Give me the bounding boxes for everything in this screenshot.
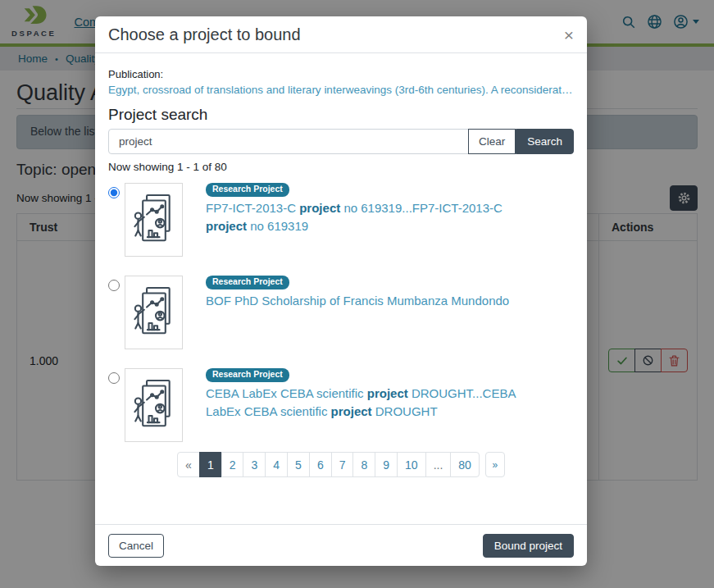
project-search-group: Clear Search	[108, 129, 574, 154]
project-thumbnail-icon	[125, 368, 183, 442]
pagination-page-10[interactable]: 10	[397, 452, 426, 477]
project-search-input[interactable]	[108, 129, 469, 154]
modal-header: Choose a project to bound ×	[95, 16, 587, 53]
pagination-prev[interactable]: «	[177, 452, 200, 477]
project-radio[interactable]	[108, 187, 120, 198]
project-radio[interactable]	[108, 372, 120, 384]
project-thumbnail-icon	[125, 183, 183, 257]
cancel-button[interactable]: Cancel	[108, 534, 164, 558]
project-title-link[interactable]: BOF PhD Scholarship of Francis Mumbanza …	[206, 292, 509, 310]
project-thumbnail-icon	[125, 276, 183, 349]
pagination: «12345678910...80 »	[108, 452, 574, 477]
modal-results-count: Now showing 1 - 1 of 80	[108, 161, 574, 173]
project-option[interactable]: Research ProjectFP7-ICT-2013-C project n…	[108, 183, 574, 257]
project-list: Research ProjectFP7-ICT-2013-C project n…	[108, 183, 574, 442]
modal-body: Publication: Egypt, crossroad of transla…	[95, 53, 587, 524]
screen: DSPACE Commu Home • Quality A	[0, 0, 714, 588]
pagination-group: «12345678910...80	[177, 452, 480, 477]
project-title-link[interactable]: CEBA LabEx CEBA scientific project DROUG…	[206, 385, 543, 421]
choose-project-modal: Choose a project to bound × Publication:…	[95, 16, 587, 566]
project-radio[interactable]	[108, 280, 120, 291]
publication-link[interactable]: Egypt, crossroad of translations and lit…	[108, 84, 574, 96]
pagination-page-7[interactable]: 7	[331, 452, 354, 477]
entity-type-badge: Research Project	[206, 368, 289, 382]
entity-type-badge: Research Project	[206, 183, 289, 197]
project-option[interactable]: Research ProjectCEBA LabEx CEBA scientif…	[108, 368, 574, 442]
pagination-page-1[interactable]: 1	[199, 452, 222, 477]
pagination-page-5[interactable]: 5	[287, 452, 310, 477]
project-option[interactable]: Research ProjectBOF PhD Scholarship of F…	[108, 276, 574, 349]
search-button[interactable]: Search	[516, 129, 574, 154]
pagination-next-button[interactable]: »	[485, 452, 505, 477]
pagination-page-4[interactable]: 4	[265, 452, 288, 477]
pagination-page-80[interactable]: 80	[450, 452, 480, 477]
clear-button[interactable]: Clear	[468, 129, 516, 154]
pagination-page-6[interactable]: 6	[309, 452, 332, 477]
bound-project-button[interactable]: Bound project	[483, 534, 574, 558]
pagination-page-8[interactable]: 8	[352, 452, 375, 477]
publication-label: Publication:	[108, 68, 574, 80]
pagination-ellipsis: ...	[425, 452, 452, 477]
pagination-page-9[interactable]: 9	[375, 452, 398, 477]
project-search-heading: Project search	[108, 106, 574, 124]
entity-type-badge: Research Project	[206, 276, 289, 289]
project-title-link[interactable]: FP7-ICT-2013-C project no 619319...FP7-I…	[206, 199, 543, 235]
modal-title: Choose a project to bound	[108, 25, 301, 44]
pagination-page-3[interactable]: 3	[243, 452, 266, 477]
close-icon[interactable]: ×	[564, 26, 574, 43]
modal-footer: Cancel Bound project	[95, 524, 587, 566]
pagination-page-2[interactable]: 2	[221, 452, 244, 477]
